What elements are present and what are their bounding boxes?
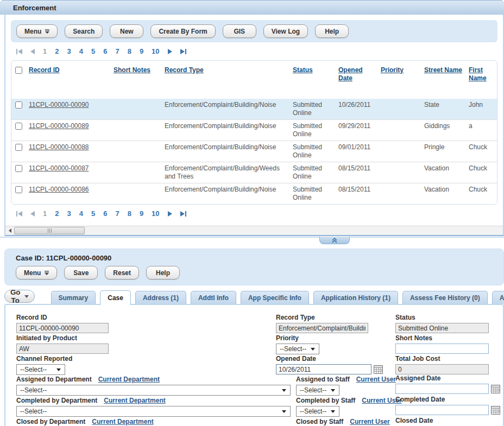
window-title-bar: Enforcement: [0, 0, 504, 15]
assigned-to-staff-select[interactable]: --Select--: [296, 385, 339, 396]
select-all-checkbox[interactable]: [15, 67, 22, 74]
completed-date-field[interactable]: [395, 405, 489, 415]
col-header-record-id[interactable]: Record ID: [29, 66, 60, 74]
menu-button[interactable]: Menu: [16, 24, 58, 38]
page-number[interactable]: 6: [103, 209, 107, 218]
page-number[interactable]: 7: [115, 47, 119, 55]
channel-reported-label: Channel Reported: [16, 355, 72, 363]
assigned-to-department-select[interactable]: --Select--: [16, 385, 291, 396]
closed-by-staff-label: Closed by Staff: [296, 418, 343, 425]
search-button[interactable]: Search: [65, 24, 103, 38]
page-number[interactable]: 7: [115, 209, 119, 218]
page-number[interactable]: 10: [152, 209, 159, 218]
page-number[interactable]: 5: [91, 47, 95, 55]
gis-button[interactable]: GIS: [223, 24, 256, 38]
tab-case[interactable]: Case: [100, 290, 131, 305]
record-id-link[interactable]: 11CPL-00000-00087: [29, 164, 89, 172]
assigned-date-field[interactable]: [395, 384, 489, 394]
record-id-link[interactable]: 11CPL-00000-00089: [29, 122, 89, 130]
priority-select[interactable]: --Select--: [276, 344, 319, 354]
current-user-link[interactable]: Current User: [350, 418, 389, 425]
tab-assets[interactable]: Assets (0): [492, 291, 504, 304]
page-number-current: 1: [43, 47, 47, 55]
horizontal-scrollbar[interactable]: [5, 226, 503, 235]
row-checkbox[interactable]: [15, 165, 22, 172]
next-page-icon[interactable]: [168, 49, 172, 54]
scrollbar-thumb[interactable]: [14, 227, 85, 234]
tab-application-history[interactable]: Application History (1): [313, 291, 398, 304]
record-id-field: [16, 323, 109, 333]
page-number[interactable]: 10: [152, 47, 159, 55]
completed-by-staff-select[interactable]: --Select--: [296, 406, 339, 417]
tab-assess-fee-history[interactable]: Assess Fee History (0): [402, 291, 488, 304]
table-row: 11CPL-00000-00086 Enforcement/Complaint/…: [11, 183, 497, 204]
table-header-row: Record ID Short Notes Record Type Status…: [11, 61, 497, 99]
channel-reported-select[interactable]: --Select--: [16, 364, 65, 375]
new-button[interactable]: New: [110, 24, 143, 38]
short-notes-field[interactable]: [395, 344, 489, 354]
completed-by-staff-label: Completed by Staff: [296, 397, 355, 404]
current-department-link[interactable]: Current Department: [92, 418, 153, 425]
calendar-icon[interactable]: [491, 385, 500, 393]
tab-address[interactable]: Address (1): [135, 291, 186, 304]
page-number[interactable]: 8: [128, 47, 131, 55]
calendar-icon[interactable]: [374, 365, 383, 374]
page-number[interactable]: 3: [67, 209, 71, 218]
col-header-record-type[interactable]: Record Type: [165, 66, 204, 74]
record-id-link[interactable]: 11CPL-00000-00086: [29, 186, 89, 193]
current-user-link[interactable]: Current User: [356, 376, 396, 383]
page-number[interactable]: 9: [140, 209, 143, 218]
page-number[interactable]: 2: [55, 209, 59, 218]
completed-date-label: Completed Date: [395, 396, 500, 404]
row-checkbox[interactable]: [15, 101, 22, 109]
create-by-form-button[interactable]: Create By Form: [150, 24, 215, 38]
row-checkbox[interactable]: [15, 123, 22, 130]
col-header-street-name[interactable]: Street Name: [424, 66, 462, 74]
row-checkbox[interactable]: [15, 186, 22, 193]
tab-summary[interactable]: Summary: [51, 291, 96, 304]
case-help-button[interactable]: Help: [146, 266, 180, 279]
current-department-link[interactable]: Current Department: [98, 376, 160, 383]
calendar-icon[interactable]: [491, 406, 500, 415]
last-page-icon[interactable]: [180, 211, 186, 217]
goto-button[interactable]: Go To: [4, 290, 35, 303]
double-chevron-up-icon: [331, 238, 338, 243]
total-job-cost-label: Total Job Cost: [395, 355, 489, 363]
page-number[interactable]: 4: [79, 209, 83, 218]
current-department-link[interactable]: Current Department: [104, 397, 165, 404]
page-number[interactable]: 5: [91, 209, 95, 218]
col-header-first-name[interactable]: First Name: [469, 66, 487, 82]
last-page-icon[interactable]: [180, 49, 186, 54]
records-list-panel: Menu Search New Create By Form GIS View …: [4, 15, 504, 236]
collapse-panel-button[interactable]: [319, 237, 350, 244]
page-number[interactable]: 9: [140, 47, 143, 55]
tab-addtl-info[interactable]: Addtl Info: [191, 291, 236, 304]
row-checkbox[interactable]: [15, 144, 22, 151]
opened-date-field[interactable]: [276, 364, 371, 374]
scroll-left-icon[interactable]: [5, 226, 14, 235]
col-header-short-notes[interactable]: Short Notes: [114, 66, 150, 74]
page-number[interactable]: 6: [103, 47, 107, 55]
select-arrow-icon: [282, 410, 286, 413]
first-page-icon: [16, 211, 22, 217]
save-button[interactable]: Save: [64, 266, 98, 279]
tab-app-specific-info[interactable]: App Specific Info: [241, 291, 309, 304]
initiated-by-product-field: [16, 344, 109, 354]
page-number[interactable]: 3: [67, 47, 71, 55]
page-number[interactable]: 4: [79, 47, 83, 55]
next-page-icon[interactable]: [168, 211, 172, 217]
page-number[interactable]: 8: [128, 209, 131, 218]
view-log-button[interactable]: View Log: [263, 24, 308, 38]
record-id-link[interactable]: 11CPL-00000-00088: [29, 143, 89, 151]
reset-button[interactable]: Reset: [105, 266, 139, 279]
help-button[interactable]: Help: [315, 24, 349, 38]
total-job-cost-field: [395, 364, 489, 374]
case-id-title: Case ID: 11CPL-00000-00090: [16, 254, 503, 262]
col-header-opened-date[interactable]: Opened Date: [338, 66, 363, 82]
completed-by-department-select[interactable]: --Select--: [16, 406, 291, 417]
case-menu-button[interactable]: Menu: [16, 266, 57, 279]
page-number[interactable]: 2: [55, 47, 59, 55]
col-header-priority[interactable]: Priority: [381, 66, 404, 74]
col-header-status[interactable]: Status: [293, 66, 313, 74]
record-id-link[interactable]: 11CPL-00000-00090: [29, 101, 89, 109]
